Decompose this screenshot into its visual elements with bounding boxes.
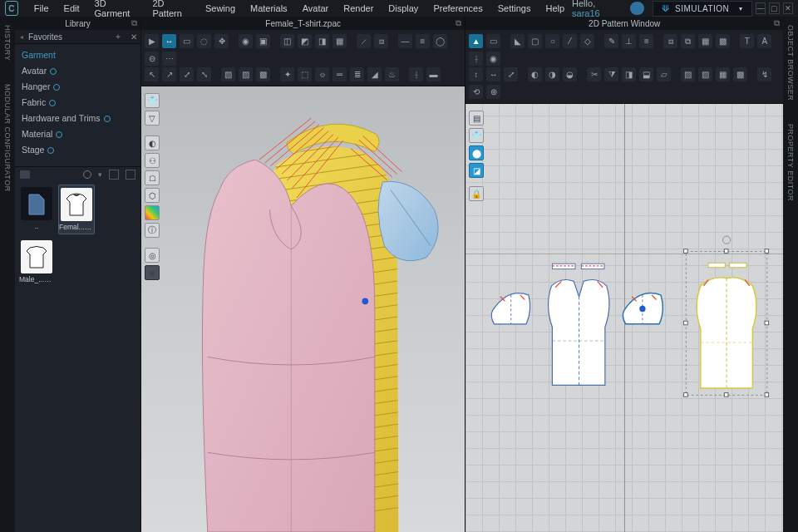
library-tab-favorites[interactable]: Favorites (28, 32, 62, 42)
folder-icon[interactable] (20, 170, 30, 179)
tool-2d-a2[interactable]: ↔ (486, 67, 500, 81)
tool-3d-sew[interactable]: ⟋ (357, 34, 371, 48)
tool-3d-arrange2[interactable]: ↗ (162, 67, 176, 81)
vp3d-garment-icon[interactable]: 👕 (145, 93, 160, 108)
menu-display[interactable]: Display (381, 3, 426, 13)
tool-2d-rect[interactable]: ▢ (528, 34, 542, 48)
menu-preferences[interactable]: Preferences (426, 3, 490, 13)
window-maximize[interactable]: ▢ (769, 2, 779, 14)
tool-2d-sew2[interactable]: ⧉ (681, 34, 695, 48)
tool-2d-e2[interactable]: ⟲ (469, 85, 483, 99)
library-popout-icon[interactable]: ⧉ (131, 18, 137, 28)
vp2d-sewing-icon[interactable]: ⬤ (469, 145, 484, 160)
tool-3d-texture1[interactable]: ▧ (221, 67, 235, 81)
tool-2d-a1[interactable]: ↕ (469, 67, 483, 81)
vp2d-show-icon[interactable]: ◪ (469, 163, 484, 178)
tool-3d-fold[interactable]: ◢ (367, 67, 382, 81)
tool-3d-pinbox[interactable]: ▣ (256, 34, 270, 48)
menu-help[interactable]: Help (538, 3, 572, 13)
vp2d-lock-icon[interactable]: 🔒 (469, 186, 484, 201)
tool-3d-stitch[interactable]: ⋯ (162, 52, 176, 66)
tree-item-fabric[interactable]: Fabric (15, 95, 140, 111)
tool-3d-graphic[interactable]: ✦ (280, 67, 294, 81)
tree-item-garment[interactable]: Garment (15, 47, 140, 63)
tool-3d-puck[interactable]: ⌾ (315, 67, 329, 81)
tool-3d-texture2[interactable]: ▨ (239, 67, 253, 81)
tool-2d-notch[interactable]: ⊥ (622, 34, 636, 48)
options-icon[interactable] (126, 170, 135, 180)
rail-history[interactable]: HISTORY (3, 25, 12, 61)
menu-settings[interactable]: Settings (490, 3, 539, 13)
tool-2d-b1[interactable]: ◐ (528, 67, 542, 81)
search-icon[interactable] (83, 170, 91, 179)
menu-materials[interactable]: Materials (243, 3, 295, 13)
tool-3d-lasso[interactable]: ◌ (197, 34, 211, 48)
menu-render[interactable]: Render (336, 3, 381, 13)
vp3d-avatar-icon[interactable]: ☖ (145, 170, 160, 185)
tool-3d-mesh2[interactable]: ◩ (298, 34, 312, 48)
tool-3d-box-select[interactable]: ▭ (180, 34, 194, 48)
rail-object-browser[interactable]: OBJECT BROWSER (786, 25, 795, 101)
vp3d-globe-icon[interactable]: ⊕ (145, 265, 160, 280)
tool-2d-transform[interactable]: ▭ (486, 34, 500, 48)
vp2d-shirt-icon[interactable]: 👕 (469, 128, 484, 143)
thumb-up-folder[interactable]: .. (18, 185, 55, 234)
vp3d-camera-icon[interactable]: ◎ (145, 248, 160, 263)
tool-2d-trace[interactable]: ✎ (604, 34, 618, 48)
tree-item-hanger[interactable]: Hanger (15, 79, 140, 95)
tool-3d-arrange4[interactable]: ⤡ (197, 67, 211, 81)
tool-2d-d4[interactable]: ▩ (733, 67, 747, 81)
tool-3d-piping[interactable]: ═ (332, 67, 347, 81)
tool-3d-ruler[interactable]: ▬ (426, 67, 441, 81)
tree-item-stage[interactable]: Stage (15, 142, 140, 158)
tool-2d-edit[interactable]: ▲ (469, 34, 483, 48)
rail-property-editor[interactable]: PROPERTY EDITOR (786, 124, 795, 201)
app-logo[interactable]: C (5, 1, 18, 16)
cloud-sync-icon[interactable] (630, 2, 644, 15)
tool-2d-e3[interactable]: ⊕ (486, 85, 500, 99)
vp3d-shirt-icon[interactable]: ▽ (145, 111, 160, 126)
simulation-button[interactable]: ⟱SIMULATION▾ (653, 1, 751, 17)
tool-2d-c1[interactable]: ✂ (587, 67, 601, 81)
tool-2d-c4[interactable]: ⬓ (639, 67, 653, 81)
window-close[interactable]: ✕ (783, 2, 793, 14)
tool-3d-select[interactable]: ↔ (162, 34, 176, 48)
menu-3d-garment[interactable]: 3D Garment (87, 0, 145, 18)
tool-2d-line[interactable]: ∕ (563, 34, 577, 48)
tool-3d-mesh1[interactable]: ◫ (280, 34, 294, 48)
tool-2d-seam[interactable]: ≡ (639, 34, 653, 48)
tool-2d-a3[interactable]: ⤢ (504, 67, 518, 81)
library-close-tab-icon[interactable]: ✕ (131, 32, 137, 42)
window-minimize[interactable]: — (756, 2, 766, 14)
tool-2d-e1[interactable]: ↯ (757, 67, 771, 81)
vp2d-pattern-icon[interactable]: ▤ (469, 111, 484, 126)
tree-item-hardware-trims[interactable]: Hardware and Trims (15, 111, 140, 126)
menu-2d-pattern[interactable]: 2D Pattern (145, 0, 198, 18)
tool-3d-measure[interactable]: ⟊ (409, 67, 423, 81)
viewport-3d[interactable]: 👕 ▽ ◐ ⚇ ☖ ⬡ ⓘ ◎ ⊕ (141, 86, 465, 532)
tool-2d-d2[interactable]: ▧ (698, 67, 712, 81)
library-add-tab-icon[interactable]: ＋ (114, 31, 122, 42)
tree-item-avatar[interactable]: Avatar (15, 63, 140, 79)
tool-3d-mesh4[interactable]: ▦ (332, 34, 347, 48)
grid-view-icon[interactable] (109, 170, 119, 180)
vp3d-arrange-icon[interactable]: ⬡ (145, 188, 160, 203)
tool-2d-sew3[interactable]: ▦ (698, 34, 712, 48)
vp3d-avatar-show-icon[interactable]: ⚇ (145, 153, 160, 168)
thumb-male-tshirt[interactable]: Male_...zpac (18, 238, 55, 286)
tool-3d-print[interactable]: ⬚ (298, 67, 312, 81)
tool-2d-sym[interactable]: ⟊ (469, 52, 483, 66)
vp3d-info-icon[interactable]: ⓘ (145, 223, 160, 238)
popout-icon[interactable]: ⧉ (456, 18, 461, 28)
tool-3d-btnhole[interactable]: ⊖ (145, 52, 159, 66)
tool-2d-b2[interactable]: ◑ (545, 67, 559, 81)
tool-2d-dart[interactable]: ◇ (580, 34, 594, 48)
tool-2d-d1[interactable]: ▨ (681, 67, 695, 81)
menu-edit[interactable]: Edit (57, 3, 87, 13)
tool-3d-gizmo[interactable]: ✥ (214, 34, 229, 48)
tool-2d-d3[interactable]: ▦ (716, 67, 730, 81)
tool-2d-text[interactable]: T (740, 34, 754, 48)
menu-avatar[interactable]: Avatar (295, 3, 337, 13)
vp3d-shade-icon[interactable]: ◐ (145, 135, 160, 150)
tool-2d-circle[interactable]: ○ (545, 34, 559, 48)
